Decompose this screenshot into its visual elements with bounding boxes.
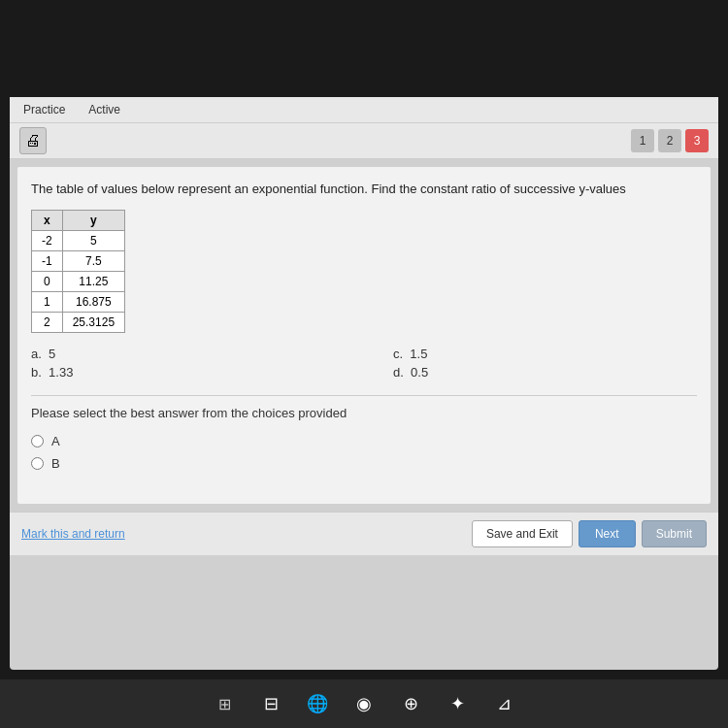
table-row: 0 11.25 — [32, 272, 125, 292]
question-num-2[interactable]: 2 — [658, 129, 681, 152]
save-exit-button[interactable]: Save and Exit — [472, 520, 573, 547]
table-cell: 5 — [62, 231, 124, 251]
print-icon: 🖨 — [25, 132, 41, 149]
submit-button[interactable]: Submit — [642, 520, 707, 547]
app-icon-2[interactable]: ⊿ — [490, 690, 517, 717]
question-num-3[interactable]: 3 — [685, 129, 709, 152]
app-icon-1[interactable]: ✦ — [444, 690, 471, 717]
answer-choices: a. 5 c. 1.5 b. 1.33 d. 0.5 — [31, 347, 697, 380]
table-cell: -1 — [32, 251, 63, 272]
values-table: x y -2 5 -1 7.5 0 11.25 1 — [31, 210, 125, 333]
question-numbers: 1 2 3 — [631, 129, 709, 152]
question-num-1[interactable]: 1 — [631, 129, 654, 152]
browser-icon-3[interactable]: ⊕ — [397, 690, 424, 717]
question-text: The table of values below represent an e… — [31, 181, 697, 198]
bottom-buttons: Save and Exit Next Submit — [472, 520, 707, 547]
table-header-y: y — [62, 211, 124, 231]
toolbar: 🖨 1 2 3 — [10, 123, 718, 159]
radio-a[interactable] — [31, 435, 44, 447]
browser-icon-1[interactable]: 🌐 — [304, 690, 331, 717]
browser-icon-2[interactable]: ◉ — [350, 690, 378, 717]
divider — [31, 395, 697, 396]
table-cell: 0 — [32, 272, 63, 292]
radio-options: A B — [31, 434, 697, 471]
radio-option-b[interactable]: B — [31, 456, 697, 471]
radio-b[interactable] — [31, 457, 44, 470]
select-prompt: Please select the best answer from the c… — [31, 406, 697, 420]
tab-practice[interactable]: Practice — [19, 101, 69, 118]
taskview-icon[interactable]: ⊟ — [257, 690, 284, 717]
choice-c: c. 1.5 — [393, 347, 697, 361]
content-area: The table of values below represent an e… — [17, 167, 711, 504]
choice-a: a. 5 — [31, 347, 335, 361]
tab-active[interactable]: Active — [84, 101, 124, 118]
windows-start-icon[interactable]: ⊞ — [211, 690, 238, 717]
radio-a-label: A — [51, 434, 60, 448]
print-button[interactable]: 🖨 — [19, 127, 47, 154]
table-cell: -2 — [32, 231, 63, 251]
table-cell: 1 — [32, 292, 63, 313]
table-cell: 16.875 — [62, 292, 124, 313]
radio-b-label: B — [51, 456, 60, 471]
choice-d: d. 0.5 — [393, 365, 697, 380]
table-row: 2 25.3125 — [32, 313, 125, 333]
top-bar: Practice Active — [10, 97, 718, 123]
mark-return-link[interactable]: Mark this and return — [21, 527, 125, 541]
radio-option-a[interactable]: A — [31, 434, 697, 448]
taskbar: ⊞ ⊟ 🌐 ◉ ⊕ ✦ ⊿ — [0, 679, 728, 728]
table-cell: 7.5 — [62, 251, 124, 272]
table-row: 1 16.875 — [32, 292, 125, 313]
table-header-x: x — [32, 211, 63, 231]
table-cell: 11.25 — [62, 272, 124, 292]
choice-b: b. 1.33 — [31, 365, 335, 380]
bottom-bar: Mark this and return Save and Exit Next … — [10, 512, 718, 555]
table-cell: 25.3125 — [62, 313, 124, 333]
table-cell: 2 — [32, 313, 63, 333]
screen-frame: Practice Active 🖨 1 2 3 The table of val… — [10, 97, 718, 670]
table-row: -1 7.5 — [32, 251, 125, 272]
table-row: -2 5 — [32, 231, 125, 251]
next-button[interactable]: Next — [579, 520, 636, 547]
